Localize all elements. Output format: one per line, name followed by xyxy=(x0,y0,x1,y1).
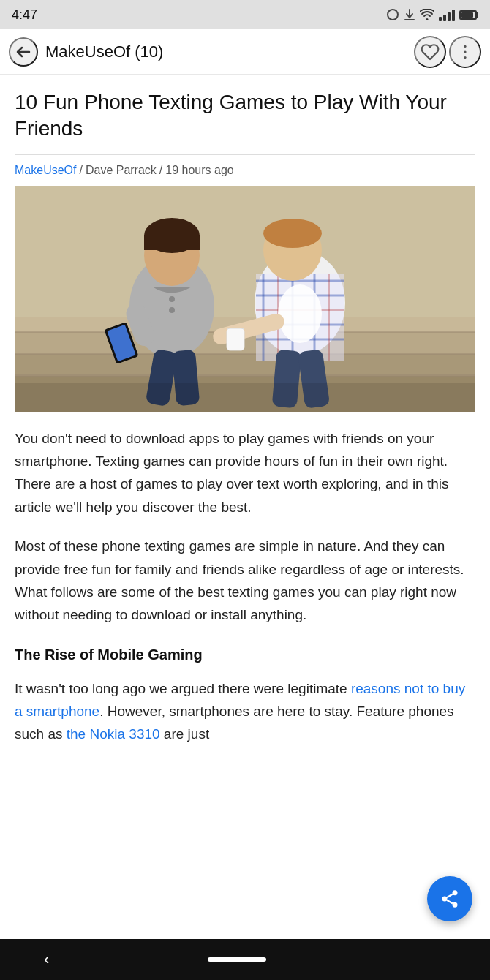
nokia-link[interactable]: the Nokia 3310 xyxy=(67,726,160,742)
svg-point-19 xyxy=(169,296,175,302)
back-button[interactable] xyxy=(9,37,38,67)
svg-rect-7 xyxy=(15,354,475,376)
svg-rect-5 xyxy=(15,186,475,317)
home-indicator[interactable] xyxy=(208,957,266,962)
article-source-link[interactable]: MakeUseOf xyxy=(15,164,76,177)
paragraph-3-end: are just xyxy=(160,726,210,742)
section-heading: The Rise of Mobile Gaming xyxy=(15,643,475,667)
svg-point-0 xyxy=(388,10,398,20)
article-time: 19 hours ago xyxy=(165,164,233,177)
paragraph-3-middle: . However, smartpho xyxy=(99,704,227,719)
page-title: MakeUseOf (10) xyxy=(45,42,407,61)
svg-point-3 xyxy=(464,56,466,58)
download-icon xyxy=(404,8,415,21)
svg-rect-42 xyxy=(15,383,475,412)
status-icons xyxy=(386,8,478,21)
article-author: Dave Parrack xyxy=(86,164,157,177)
article-title: 10 Fun Phone Texting Games to Play With … xyxy=(15,89,475,143)
svg-line-46 xyxy=(447,900,453,904)
paragraph-3: It wasn't too long ago we argued there w… xyxy=(15,677,475,746)
paragraph-2: Most of these phone texting games are si… xyxy=(15,535,475,626)
more-options-button[interactable] xyxy=(449,36,481,68)
svg-point-35 xyxy=(278,284,322,343)
bottom-nav: ‹ xyxy=(0,939,490,980)
article-meta: MakeUseOf / Dave Parrack / 19 hours ago xyxy=(15,164,475,177)
svg-rect-15 xyxy=(144,235,200,250)
status-time: 4:47 xyxy=(12,7,37,23)
top-nav: MakeUseOf (10) xyxy=(0,29,490,75)
paragraph-3-before: It wasn't too long ago we argued there w… xyxy=(15,681,351,696)
svg-point-20 xyxy=(169,307,175,313)
svg-point-43 xyxy=(453,890,458,895)
status-bar: 4:47 xyxy=(0,0,490,29)
svg-line-47 xyxy=(447,894,453,898)
article-body: You don't need to download apps to play … xyxy=(15,427,475,746)
svg-point-1 xyxy=(464,45,466,47)
nav-actions xyxy=(414,36,481,68)
battery-icon xyxy=(459,10,478,20)
circle-icon xyxy=(386,8,399,21)
article-image xyxy=(15,186,475,412)
article-container: 10 Fun Phone Texting Games to Play With … xyxy=(0,89,490,746)
paragraph-1: You don't need to download apps to play … xyxy=(15,427,475,519)
svg-rect-10 xyxy=(15,353,475,355)
bottom-back-button[interactable]: ‹ xyxy=(44,950,49,969)
article-meta-sep1: / xyxy=(79,164,82,177)
svg-rect-11 xyxy=(15,374,475,377)
svg-point-44 xyxy=(442,897,448,902)
svg-point-2 xyxy=(464,50,466,53)
share-fab[interactable] xyxy=(427,876,472,921)
svg-point-37 xyxy=(263,219,322,248)
svg-rect-41 xyxy=(227,328,244,350)
svg-point-45 xyxy=(453,902,458,908)
article-divider xyxy=(15,154,475,155)
wifi-icon xyxy=(420,9,434,20)
favorite-button[interactable] xyxy=(414,36,446,68)
article-meta-sep2: / xyxy=(159,164,162,177)
signal-icon xyxy=(439,8,455,21)
